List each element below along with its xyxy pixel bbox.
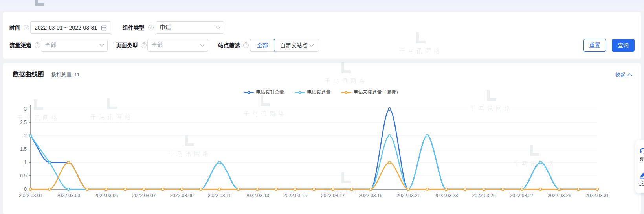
svg-text:2022.03.29: 2022.03.29 bbox=[548, 193, 571, 198]
chevron-down-icon bbox=[99, 42, 104, 46]
collapse-link[interactable]: 收起 bbox=[615, 71, 631, 78]
site-filter-group: 全部 自定义站点 bbox=[250, 39, 319, 52]
svg-text:2022.03.27: 2022.03.27 bbox=[510, 193, 534, 198]
legend-label: 电话拨通量 bbox=[307, 89, 331, 96]
component-type-select[interactable]: 电话 bbox=[156, 21, 224, 34]
svg-text:2022.03.03: 2022.03.03 bbox=[57, 193, 80, 198]
date-range-value: 2022-03-01 ~ 2022-03-31 bbox=[35, 24, 98, 31]
svg-text:2022.03.07: 2022.03.07 bbox=[132, 193, 156, 198]
float-help-widget: 客服 反馈 bbox=[635, 140, 644, 193]
chevron-down-icon bbox=[309, 42, 314, 46]
svg-text:1: 1 bbox=[24, 160, 27, 165]
query-button[interactable]: 查询 bbox=[612, 39, 635, 52]
chart-subtitle: 拨打总量: 11 bbox=[51, 71, 80, 78]
legend-marker-icon bbox=[244, 90, 254, 94]
site-filter-all-button[interactable]: 全部 bbox=[250, 39, 275, 52]
feedback-button[interactable]: 反馈 bbox=[639, 171, 644, 187]
legend-item[interactable]: 电话拨打总量 bbox=[244, 89, 284, 96]
traffic-channel-value: 全部 bbox=[45, 42, 100, 49]
chevron-down-icon bbox=[216, 24, 220, 29]
legend-label: 电话未拨通量（漏接） bbox=[354, 89, 401, 96]
page-type-value: 全部 bbox=[152, 42, 201, 49]
component-type-help-icon[interactable] bbox=[148, 25, 154, 30]
traffic-channel-label: 流量渠道 bbox=[9, 39, 31, 52]
date-range-input[interactable]: 2022-03-01 ~ 2022-03-31 bbox=[30, 21, 111, 34]
svg-text:2022.03.09: 2022.03.09 bbox=[170, 193, 194, 198]
legend-marker-icon bbox=[341, 90, 351, 94]
headset-icon bbox=[639, 146, 644, 154]
customer-service-label: 客服 bbox=[639, 156, 644, 163]
component-type-label: 组件类型 bbox=[123, 21, 145, 34]
legend-label: 电话拨打总量 bbox=[256, 89, 284, 96]
collapse-label: 收起 bbox=[615, 71, 626, 78]
page-type-label: 页面类型 bbox=[116, 39, 138, 52]
top-band bbox=[0, 0, 644, 11]
svg-text:2022.03.01: 2022.03.01 bbox=[19, 193, 42, 198]
chart-title: 数据曲线图 bbox=[13, 70, 44, 79]
svg-text:2: 2 bbox=[24, 133, 27, 138]
chart-legend: 电话拨打总量 电话拨通量 电话未拨通量（漏接） bbox=[13, 89, 631, 96]
filter-panel: 时间 2022-03-01 ~ 2022-03-31 组件类型 电话 流量渠道 … bbox=[3, 12, 641, 59]
site-filter-custom-button[interactable]: 自定义站点 bbox=[275, 39, 319, 51]
svg-text:2.5: 2.5 bbox=[20, 120, 27, 125]
svg-text:2022.03.23: 2022.03.23 bbox=[434, 193, 458, 198]
svg-text:2022.03.21: 2022.03.21 bbox=[396, 193, 420, 198]
svg-text:3: 3 bbox=[24, 106, 27, 112]
chart-panel: 数据曲线图 拨打总量: 11 收起 电话拨打总量 电话拨通量 电话未拨通量（漏接… bbox=[3, 63, 641, 214]
time-label: 时间 bbox=[9, 21, 20, 34]
component-type-value: 电话 bbox=[160, 24, 217, 31]
site-filter-label: 站点筛选 bbox=[218, 39, 240, 52]
page-type-help-icon[interactable] bbox=[141, 42, 147, 48]
svg-text:0.5: 0.5 bbox=[20, 173, 27, 179]
site-filter-all-label: 全部 bbox=[257, 39, 268, 51]
svg-text:2022.03.17: 2022.03.17 bbox=[321, 193, 345, 198]
site-filter-help-icon[interactable] bbox=[243, 42, 249, 48]
time-help-icon[interactable] bbox=[24, 25, 29, 30]
site-filter-custom-label: 自定义站点 bbox=[280, 39, 308, 51]
pen-icon bbox=[639, 171, 644, 179]
svg-text:2022.03.15: 2022.03.15 bbox=[283, 193, 307, 198]
page-type-select[interactable]: 全部 bbox=[147, 39, 208, 52]
svg-text:2022.03.05: 2022.03.05 bbox=[94, 193, 118, 198]
chevron-up-icon bbox=[627, 73, 632, 77]
traffic-channel-help-icon[interactable] bbox=[35, 42, 40, 48]
reset-button[interactable]: 重置 bbox=[583, 39, 606, 52]
calendar-icon bbox=[101, 25, 107, 31]
legend-item[interactable]: 电话未拨通量（漏接） bbox=[341, 89, 401, 96]
svg-text:2022.03.13: 2022.03.13 bbox=[246, 193, 269, 198]
svg-text:1.5: 1.5 bbox=[20, 146, 27, 152]
feedback-label: 反馈 bbox=[639, 181, 644, 187]
legend-marker-icon bbox=[295, 90, 305, 94]
line-chart: 00.511.522.532022.03.012022.03.032022.03… bbox=[13, 96, 632, 202]
legend-item[interactable]: 电话拨通量 bbox=[295, 89, 331, 96]
chevron-down-icon bbox=[200, 42, 204, 46]
svg-text:2022.03.19: 2022.03.19 bbox=[359, 193, 382, 198]
svg-text:0: 0 bbox=[24, 186, 27, 192]
traffic-channel-select[interactable]: 全部 bbox=[41, 39, 108, 52]
svg-text:2022.03.31: 2022.03.31 bbox=[585, 193, 609, 198]
svg-text:2022.03.25: 2022.03.25 bbox=[472, 193, 496, 198]
svg-text:2022.03.11: 2022.03.11 bbox=[208, 193, 231, 198]
customer-service-button[interactable]: 客服 bbox=[639, 146, 644, 163]
